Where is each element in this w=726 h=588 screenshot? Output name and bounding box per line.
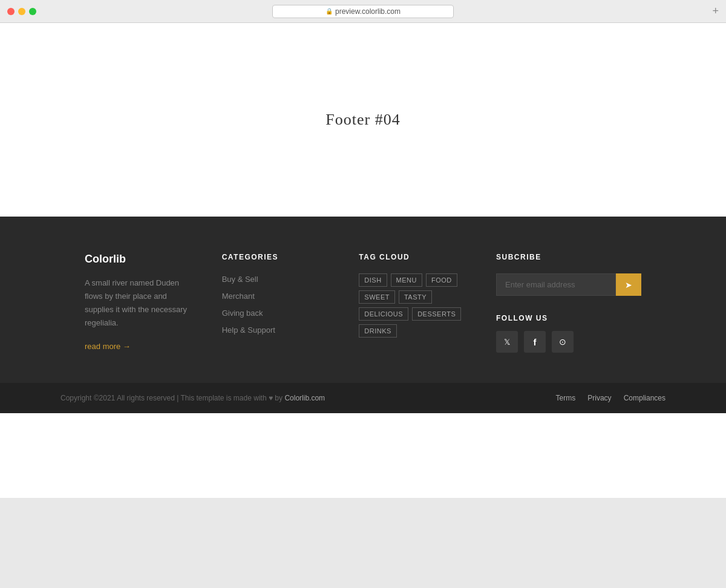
list-item: Merchant: [222, 290, 335, 301]
facebook-icon[interactable]: f: [524, 331, 546, 353]
footer-description: A small river named Duden flows by their…: [85, 276, 198, 330]
send-icon: ➤: [625, 280, 632, 290]
tag-dish[interactable]: DISH: [359, 273, 387, 287]
subscribe-title: SUBCRIBE: [496, 253, 641, 261]
twitter-icon[interactable]: 𝕏: [496, 331, 518, 353]
category-link-buy-sell[interactable]: Buy & Sell: [222, 275, 258, 284]
privacy-link[interactable]: Privacy: [587, 394, 611, 402]
compliances-link[interactable]: Compliances: [624, 394, 666, 402]
lock-icon: 🔒: [325, 8, 333, 15]
maximize-button[interactable]: [29, 8, 36, 15]
tag-drinks[interactable]: DRINKS: [359, 324, 397, 338]
footer-bottom-nav: Terms Privacy Compliances: [556, 394, 666, 402]
footer-container: Colorlib A small river named Duden flows…: [60, 253, 666, 353]
new-tab-button[interactable]: +: [712, 5, 719, 18]
footer-main: Colorlib A small river named Duden flows…: [0, 217, 726, 383]
subscribe-button[interactable]: ➤: [616, 273, 641, 296]
category-link-merchant[interactable]: Merchant: [222, 292, 255, 301]
tag-tasty[interactable]: TASTY: [399, 290, 432, 304]
tag-cloud: DISH MENU FOOD SWEET TASTY DELICIOUS DES…: [359, 273, 472, 338]
tag-food[interactable]: FOOD: [426, 273, 457, 287]
tag-delicious[interactable]: DELICIOUS: [359, 307, 408, 321]
main-content-area: Footer #04: [0, 23, 726, 217]
list-item: Help & Support: [222, 324, 335, 335]
footer-col-about: Colorlib A small river named Duden flows…: [85, 253, 198, 353]
url-text: preview.colorlib.com: [335, 7, 401, 16]
page-title: Footer #04: [325, 111, 400, 129]
traffic-lights: [7, 8, 36, 15]
address-bar[interactable]: 🔒 preview.colorlib.com: [272, 5, 454, 18]
follow-us-title: FOLLOW US: [496, 314, 641, 322]
close-button[interactable]: [7, 8, 15, 15]
minimize-button[interactable]: [18, 8, 25, 15]
instagram-icon[interactable]: ⊙: [552, 331, 574, 353]
tag-cloud-title: TAG CLOUD: [359, 253, 472, 261]
browser-chrome: 🔒 preview.colorlib.com +: [0, 0, 726, 23]
list-item: Buy & Sell: [222, 273, 335, 284]
footer-col-tags: TAG CLOUD DISH MENU FOOD SWEET TASTY DEL…: [359, 253, 472, 353]
copyright-text: Copyright ©2021 All rights reserved | Th…: [60, 394, 325, 402]
footer-bottom: Copyright ©2021 All rights reserved | Th…: [0, 383, 726, 413]
list-item: Giving back: [222, 307, 335, 318]
social-icons: 𝕏 f ⊙: [496, 331, 641, 353]
footer-col-subscribe: SUBCRIBE ➤ FOLLOW US 𝕏 f ⊙: [496, 253, 641, 353]
browser-content: Footer #04 Colorlib A small river named …: [0, 23, 726, 498]
tag-menu[interactable]: MENU: [391, 273, 422, 287]
subscribe-form: ➤: [496, 273, 641, 296]
footer-col-categories: CATEGORIES Buy & Sell Merchant Giving ba…: [222, 253, 335, 353]
colorlib-link[interactable]: Colorlib.com: [284, 394, 325, 402]
terms-link[interactable]: Terms: [556, 394, 576, 402]
tag-sweet[interactable]: SWEET: [359, 290, 395, 304]
category-link-help-support[interactable]: Help & Support: [222, 325, 275, 335]
email-input[interactable]: [496, 273, 616, 296]
categories-list: Buy & Sell Merchant Giving back Help & S…: [222, 273, 335, 335]
footer-bottom-inner: Copyright ©2021 All rights reserved | Th…: [60, 394, 666, 402]
tag-desserts[interactable]: DESSERTS: [412, 307, 461, 321]
category-link-giving-back[interactable]: Giving back: [222, 309, 263, 318]
read-more-link[interactable]: read more →: [85, 342, 131, 351]
categories-title: CATEGORIES: [222, 253, 335, 261]
bottom-white-area: [0, 413, 726, 498]
footer-brand: Colorlib: [85, 253, 198, 266]
